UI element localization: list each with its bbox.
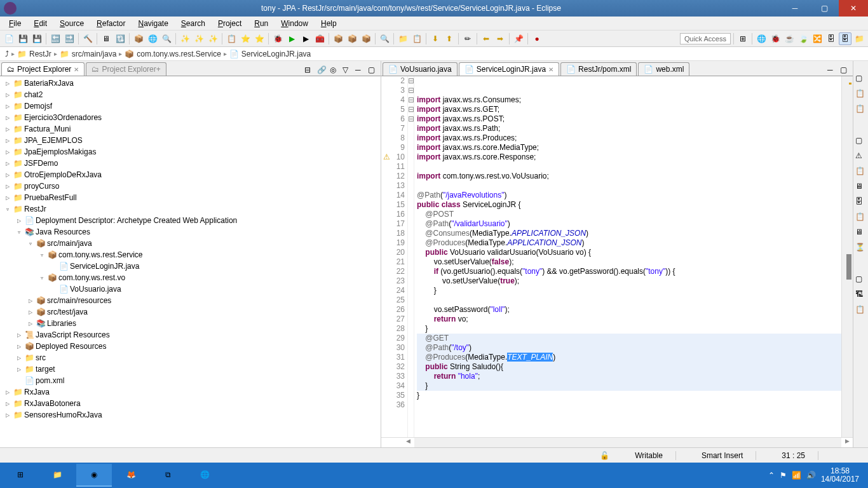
tree-item[interactable]: 📄pom.xml — [1, 375, 379, 386]
hscroll-left-icon[interactable]: ◀ — [403, 438, 414, 447]
tree-item[interactable]: 📄VoUsuario.java — [1, 283, 379, 295]
tree-item[interactable]: ▷📁BateriaRxJava — [1, 78, 379, 89]
tree-item[interactable]: ▷📁Demojsf — [1, 100, 379, 112]
tree-toggle-icon[interactable]: ▷ — [4, 400, 11, 407]
forward-icon[interactable]: ➡ — [494, 32, 506, 45]
tree-item[interactable]: ▿📦com.tony.ws.rest.Service — [1, 249, 379, 261]
tree-toggle-icon[interactable]: ▷ — [4, 125, 11, 133]
tree-item[interactable]: ▷📄Deployment Descriptor: Archetype Creat… — [1, 215, 379, 226]
collapse-all-icon[interactable]: ⊟ — [304, 65, 315, 76]
fwd-icon[interactable]: 🔜 — [63, 32, 76, 45]
java-persp-icon[interactable]: ☕ — [783, 32, 796, 45]
tree-toggle-icon[interactable]: ▷ — [15, 217, 23, 224]
tree-item[interactable]: ▷📁PruebaRestFull — [1, 192, 379, 203]
tree-toggle-icon[interactable]: ▷ — [27, 320, 34, 327]
file-nav-icon[interactable]: 📁 — [397, 32, 409, 45]
tree-item[interactable]: ▷📁SensoresHumoRxJava — [1, 409, 379, 421]
tree-item[interactable]: ▷📁Factura_Muni — [1, 123, 379, 135]
editor-area[interactable]: 23456789⚠1011121314151617181920212223242… — [381, 76, 853, 437]
tree-item[interactable]: ▷📁target — [1, 363, 379, 375]
debug-icon[interactable]: 🐞 — [271, 32, 284, 45]
tree-toggle-icon[interactable]: ▿ — [4, 205, 11, 213]
maximize-button[interactable]: ▢ — [810, 0, 839, 17]
project-tree[interactable]: ▷📁BateriaRxJava▷📁chat2▷📁Demojsf▷📁Ejercic… — [0, 76, 381, 447]
jrebel-icon[interactable]: ● — [531, 32, 543, 45]
tree-toggle-icon[interactable]: ▿ — [27, 240, 34, 247]
tree-toggle-icon[interactable]: ▿ — [38, 251, 46, 259]
wizard3-icon[interactable]: ✨ — [207, 32, 219, 45]
tree-item[interactable]: ▿📁RestJr — [1, 203, 379, 215]
editor-tab[interactable]: 📄VoUsuario.java — [383, 62, 458, 76]
tree-item[interactable]: ▷📦Deployed Resources — [1, 341, 379, 352]
structure-icon[interactable]: 🏗 — [855, 290, 867, 301]
view-menu-icon[interactable]: ▽ — [342, 65, 353, 76]
start-button[interactable]: ⊞ — [3, 464, 38, 487]
tree-item[interactable]: ▷📁RxJava — [1, 386, 379, 398]
res-persp-icon[interactable]: 📁 — [853, 32, 865, 45]
menu-search[interactable]: Search — [175, 18, 212, 29]
tree-item[interactable]: ▷📁OtroEjemploDeRxJava — [1, 169, 379, 180]
tree-toggle-icon[interactable]: ▷ — [4, 79, 11, 87]
restore-view3-icon[interactable]: ▢ — [855, 274, 867, 286]
wizard2-icon[interactable]: ✨ — [193, 32, 205, 45]
editor-tab[interactable]: 📄web.xml — [638, 62, 689, 76]
wizard5-icon[interactable]: ⭐ — [253, 32, 266, 45]
network-icon[interactable]: 📶 — [792, 471, 801, 480]
lock-icon[interactable]: 🔓 — [600, 451, 609, 460]
quick-access[interactable]: Quick Access — [680, 33, 731, 44]
tree-toggle-icon[interactable]: ▷ — [4, 102, 11, 110]
open-perspective-icon[interactable]: ⊞ — [736, 32, 749, 45]
progress-icon[interactable]: ⏳ — [855, 243, 867, 254]
nav-back-icon[interactable]: ⤴ — [5, 50, 9, 58]
tree-item[interactable]: ▷📜JavaScript Resources — [1, 329, 379, 341]
tree-toggle-icon[interactable]: ▷ — [4, 137, 11, 144]
close-button[interactable]: ✕ — [839, 0, 868, 17]
search-icon[interactable]: 🔍 — [160, 32, 173, 45]
new-dynamic-icon[interactable]: 🌐 — [146, 32, 159, 45]
properties-icon[interactable]: 📋 — [855, 166, 867, 178]
server-icon[interactable]: 🖥 — [100, 32, 112, 45]
next-ann-icon[interactable]: ⬇ — [429, 32, 442, 45]
tree-item[interactable]: ▷📦src/test/java — [1, 306, 379, 318]
tree-toggle-icon[interactable]: ▷ — [27, 297, 34, 304]
menu-refactor[interactable]: Refactor — [90, 18, 132, 29]
save-all-icon[interactable]: 💾 — [31, 32, 43, 45]
tree-item[interactable]: ▷📁RxJavaBotonera — [1, 398, 379, 409]
javaee-persp-icon[interactable]: 🌐 — [755, 32, 768, 45]
tree-item[interactable]: ▿📦src/main/java — [1, 238, 379, 249]
tree-item[interactable]: ▷📁src — [1, 352, 379, 363]
vscode-taskbtn[interactable]: ⧉ — [150, 464, 186, 487]
tree-toggle-icon[interactable]: ▷ — [4, 182, 11, 190]
new-type-icon[interactable]: 📦 — [360, 32, 372, 45]
minimize-button[interactable]: ─ — [780, 0, 810, 17]
menu-file[interactable]: File — [3, 18, 27, 29]
prev-ann-icon[interactable]: ⬆ — [443, 32, 456, 45]
menu-help[interactable]: Help — [315, 18, 343, 29]
nav-icon[interactable]: 🔙 — [49, 32, 62, 45]
close-tab-icon[interactable]: ✕ — [548, 66, 553, 73]
minimize-view-icon[interactable]: ─ — [355, 65, 365, 76]
menu-source[interactable]: Source — [53, 18, 90, 29]
focus-icon[interactable]: ◎ — [330, 65, 340, 76]
datasource-icon[interactable]: 🗄 — [855, 197, 867, 208]
breadcrumb-pkg[interactable]: com.tony.ws.rest.Service — [137, 50, 220, 58]
code-editor[interactable]: import javax.ws.rs.Consumes;import javax… — [414, 76, 841, 437]
tree-toggle-icon[interactable]: ▿ — [38, 274, 46, 281]
tree-toggle-icon[interactable]: ▷ — [15, 342, 23, 350]
tree-item[interactable]: ▷📁JPA_EJEMPLOS — [1, 135, 379, 146]
tree-item[interactable]: ▷📁chat2 — [1, 89, 379, 100]
menu-run[interactable]: Run — [248, 18, 275, 29]
breadcrumb-proj[interactable]: RestJr — [29, 50, 51, 58]
tree-item[interactable]: ▷📁proyCurso — [1, 180, 379, 192]
overview-ruler[interactable] — [841, 76, 853, 437]
tasklist-icon[interactable]: 📋 — [855, 104, 867, 116]
db-persp-icon[interactable]: 🗄 — [825, 32, 837, 45]
minimize-editor-icon[interactable]: ─ — [827, 65, 837, 76]
tree-toggle-icon[interactable]: ▷ — [15, 331, 23, 339]
chrome-taskbtn[interactable]: 🌐 — [187, 464, 222, 487]
markers-icon[interactable]: ⚠ — [855, 151, 867, 163]
back-icon[interactable]: ⬅ — [480, 32, 492, 45]
tree-toggle-icon[interactable]: ▷ — [15, 354, 23, 362]
tree-toggle-icon[interactable] — [50, 285, 57, 293]
tree-toggle-icon[interactable]: ▷ — [15, 365, 23, 373]
